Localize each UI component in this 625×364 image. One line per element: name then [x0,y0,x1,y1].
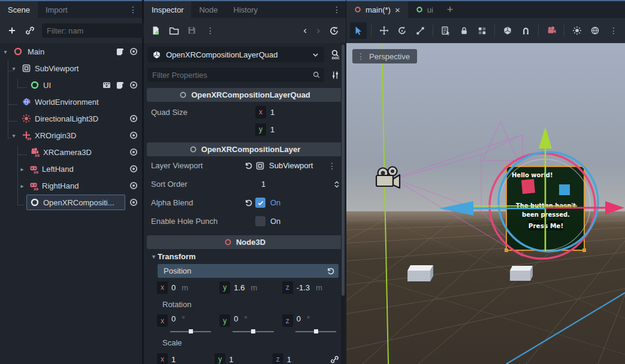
prop-position-header[interactable]: Position [158,264,339,278]
tab-import[interactable]: Import [38,1,76,18]
rotation-x-field[interactable]: x 0 ° [157,313,213,333]
visibility-eye-icon[interactable] [129,114,138,123]
edited-object-selector[interactable]: OpenXRCompositionLayerQuad [147,47,324,62]
scale-z-field[interactable]: z 1 [273,351,324,364]
category-node3d[interactable]: Node3D [147,235,343,249]
filter-properties-input[interactable] [152,71,312,80]
preview-environment-button[interactable] [587,22,603,39]
collapse-icon[interactable]: ▾ [1,48,10,55]
inspector-dock-menu-icon[interactable]: ⋮ [328,1,346,18]
tree-row-lefthand[interactable]: ▸ XR LeftHand [0,160,142,177]
rotation-z-field[interactable]: z 0 ° [282,313,339,333]
rotation-x-slider[interactable] [170,329,211,333]
scene-tab-ui[interactable]: ui [408,1,441,18]
tab-inspector[interactable]: Inspector [144,1,191,18]
inspector-scrollbar[interactable] [341,43,345,364]
snap-button[interactable] [517,22,534,39]
script-icon[interactable] [116,47,125,56]
rotation-y-slider[interactable] [233,329,273,333]
new-resource-button[interactable] [147,22,164,39]
scene-preview-icon[interactable] [102,80,111,90]
camera-gizmo-icon[interactable] [376,167,400,189]
tab-node[interactable]: Node [191,1,225,18]
load-resource-button[interactable] [165,22,182,39]
tree-row-xrcamera3d[interactable]: XR XRCamera3D [0,144,142,160]
visibility-eye-icon[interactable] [129,147,138,157]
category-openxrcompositionlayer[interactable]: OpenXRCompositionLayer [147,142,343,156]
group-button[interactable] [473,22,490,39]
new-scene-tab-button[interactable]: + [441,1,460,18]
tab-history[interactable]: History [226,1,265,18]
scale-x-field[interactable]: x 1 [157,351,209,364]
enable-hole-punch-checkbox[interactable] [255,216,265,226]
tree-row-righthand[interactable]: ▸ XR RightHand [0,177,142,194]
position-y-field[interactable]: y 1.6 m [219,280,276,295]
history-back-button[interactable]: ‹ [299,25,311,37]
scale-tool-button[interactable] [412,22,428,39]
tree-row-worldenvironment[interactable]: WorldEnvironment [0,93,142,110]
lock-button[interactable] [455,22,472,39]
property-tools-button[interactable] [328,66,342,83]
sort-order-value[interactable]: 1 [261,180,265,189]
tab-scene[interactable]: Scene [0,1,38,18]
quad-size-x-value[interactable]: 1 [270,108,274,117]
visibility-eye-icon[interactable] [129,131,138,140]
add-node-button[interactable] [4,22,20,39]
move-tool-button[interactable] [376,22,392,39]
visibility-eye-icon[interactable] [129,181,138,190]
scale-y-field[interactable]: y 1 [215,351,266,364]
local-space-button[interactable] [499,22,516,39]
rotate-tool-button[interactable] [394,22,410,39]
tree-row-ui[interactable]: UI [0,77,142,93]
axis-x-chip: x [255,106,266,119]
revert-icon[interactable] [327,267,335,275]
object-history-button[interactable] [325,22,342,39]
visibility-eye-icon[interactable] [129,80,138,90]
layer-viewport-value[interactable]: SubViewport [269,161,313,170]
resource-menu-icon[interactable]: ⋮ [201,26,219,35]
instance-scene-button[interactable] [22,22,38,39]
tree-row-main[interactable]: ▾ Main [0,43,142,60]
visibility-eye-icon[interactable] [129,198,138,207]
select-tool-button[interactable] [350,22,367,39]
viewport-3d-canvas[interactable]: Hello world! The button hasn't been pres… [346,43,625,364]
camera-preview-button[interactable] [543,22,560,39]
position-x-field[interactable]: x 0 m [157,280,213,295]
rotation-z-slider[interactable] [295,329,336,333]
position-z-field[interactable]: z -1.3 m [282,280,339,295]
close-tab-icon[interactable]: × [395,5,400,15]
collapse-icon[interactable]: ▾ [10,65,18,72]
collapse-icon[interactable]: ▾ [10,132,18,139]
scene-tab-main[interactable]: main(*) × [346,1,408,18]
xrcamera-icon: XR [30,147,40,157]
mesh-cube-right[interactable] [510,266,533,281]
quad-size-y-value[interactable]: 1 [270,125,274,134]
visibility-eye-icon[interactable] [129,47,138,56]
save-resource-button[interactable] [183,22,200,39]
open-docs-button[interactable]: DOC [328,46,342,63]
tree-row-openxrcompositionlayerquad[interactable]: OpenXRCompositi... [0,194,142,211]
tree-row-directionallight3d[interactable]: DirectionalLight3D [0,110,142,127]
expand-icon[interactable]: ▸ [18,183,26,189]
preview-sunlight-button[interactable] [569,22,585,39]
section-transform[interactable]: ▾ Transform [144,249,346,263]
perspective-menu-button[interactable]: ⋮ Perspective [352,49,417,63]
mesh-cube-left[interactable] [407,265,433,281]
script-icon[interactable] [116,81,125,90]
tree-row-subviewport[interactable]: ▾ SubViewport [0,60,142,77]
viewport-menu-icon[interactable]: ⋮ [605,26,623,35]
scene-filter-input[interactable] [47,26,152,35]
viewport-assign-menu-icon[interactable]: ⋮ [323,161,341,171]
revert-button[interactable] [242,162,255,170]
list-select-button[interactable] [437,22,454,39]
visibility-eye-icon[interactable] [129,164,138,174]
scene-dock-menu-icon[interactable]: ⋮ [124,1,142,18]
spinner-updown-icon[interactable] [333,180,341,189]
rotation-y-field[interactable]: y 0 ° [219,313,276,333]
category-openxrcompositionlayerquad[interactable]: OpenXRCompositionLayerQuad [147,88,343,102]
tree-row-xrorigin3d[interactable]: ▾ XR XROrigin3D [0,127,142,144]
revert-button[interactable] [242,199,255,207]
expand-icon[interactable]: ▸ [18,166,26,172]
history-forward-button[interactable]: › [312,25,324,37]
alpha-blend-checkbox[interactable] [255,198,265,208]
